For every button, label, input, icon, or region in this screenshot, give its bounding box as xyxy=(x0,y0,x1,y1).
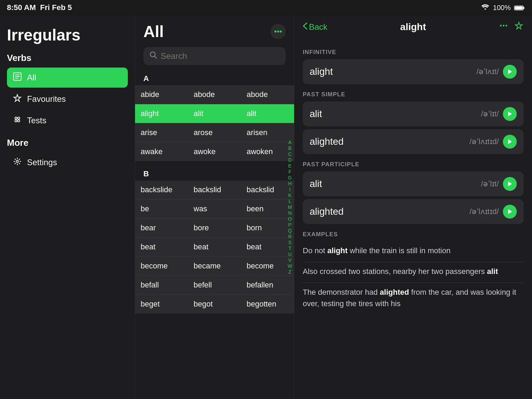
verb-row-abide[interactable]: abide abode abode xyxy=(135,85,294,104)
verb-row-be[interactable]: be was been xyxy=(135,200,294,219)
wifi-icon xyxy=(481,4,489,12)
middle-header: All ••• xyxy=(135,15,294,44)
verb-past: beat xyxy=(188,238,241,256)
detail-word-title: alight xyxy=(400,21,426,33)
settings-icon xyxy=(12,157,22,168)
middle-panel: All ••• A abide abode abode xyxy=(135,15,294,399)
verb-base: abide xyxy=(135,85,188,104)
alpha-c[interactable]: C xyxy=(287,151,293,157)
main-layout: Irregulars Verbs All Favourites xyxy=(0,15,532,399)
favourites-label: Favourites xyxy=(27,94,66,104)
alpha-l[interactable]: L xyxy=(287,198,293,204)
verb-past: bore xyxy=(188,219,241,237)
verb-base: arise xyxy=(135,123,188,142)
more-options-btn[interactable] xyxy=(499,21,508,33)
verb-row-befall[interactable]: befall befell befallen xyxy=(135,276,294,295)
verb-base: backslide xyxy=(135,180,188,199)
infinitive-play-button[interactable] xyxy=(503,65,517,79)
sidebar-item-tests[interactable]: Tests xyxy=(7,110,128,131)
verb-past: arose xyxy=(188,123,241,142)
verb-row-beat[interactable]: beat beat beat xyxy=(135,238,294,257)
alpha-v[interactable]: V xyxy=(287,257,293,263)
alpha-h[interactable]: H xyxy=(287,181,293,186)
more-section-label: More xyxy=(7,138,128,148)
example-3: The demonstrator had alighted from the c… xyxy=(303,286,524,309)
divider-1 xyxy=(303,262,524,262)
favourite-btn[interactable] xyxy=(514,21,524,33)
sidebar-item-all[interactable]: All xyxy=(7,68,128,88)
past-simple-play-alit[interactable] xyxy=(503,107,517,121)
tests-icon xyxy=(12,115,22,126)
verb-past: backslid xyxy=(188,180,241,199)
infinitive-pronunciation: /əˈlʌɪt/ xyxy=(477,67,499,76)
alpha-f[interactable]: F xyxy=(287,169,293,175)
infinitive-section-label: INFINITIVE xyxy=(303,49,524,56)
past-simple-pron-alighted: /əˈlʌɪtɪd/ xyxy=(470,137,499,146)
verb-table-a: abide abode abode alight alit alit arise… xyxy=(135,85,294,161)
detail-header: Back alight xyxy=(294,15,532,38)
alpha-s[interactable]: S xyxy=(287,240,293,245)
battery-indicator: 100% xyxy=(493,4,525,12)
alpha-e[interactable]: E xyxy=(287,163,293,169)
alpha-i[interactable]: I xyxy=(287,187,293,192)
all-label: All xyxy=(27,73,36,82)
past-participle-pronunciation-alit: /əˈlɪt/ xyxy=(481,177,517,191)
detail-actions xyxy=(499,21,524,33)
verb-row-awake[interactable]: awake awoke awoken xyxy=(135,142,294,161)
alpha-p[interactable]: P xyxy=(287,222,293,228)
past-participle-card-alighted: alighted /əˈlʌɪtɪd/ xyxy=(303,199,524,224)
alpha-m[interactable]: M xyxy=(287,204,293,210)
more-options-button[interactable]: ••• xyxy=(271,24,286,39)
past-simple-pronunciation-alighted: /əˈlʌɪtɪd/ xyxy=(470,135,517,149)
verb-past: begot xyxy=(188,295,241,313)
past-participle-word-alit: alit xyxy=(310,178,322,189)
detail-content: INFINITIVE alight /əˈlʌɪt/ PAST SIMPLE a… xyxy=(294,38,532,399)
back-label: Back xyxy=(309,22,327,32)
alpha-n[interactable]: N xyxy=(287,210,293,216)
status-indicators: 100% xyxy=(481,4,525,12)
verb-row-beget[interactable]: beget begot begotten xyxy=(135,295,294,313)
verb-row-alight[interactable]: alight alit alit xyxy=(135,104,294,123)
alpha-b[interactable]: B xyxy=(287,145,293,151)
verb-row-arise[interactable]: arise arose arisen xyxy=(135,123,294,142)
past-simple-play-alighted[interactable] xyxy=(503,135,517,149)
sidebar-item-settings[interactable]: Settings xyxy=(7,152,128,172)
tests-label: Tests xyxy=(27,116,46,125)
verb-base: bear xyxy=(135,219,188,237)
verb-row-backslide[interactable]: backslide backslid backslid xyxy=(135,180,294,200)
alpha-z[interactable]: Z xyxy=(287,269,293,275)
infinitive-card: alight /əˈlʌɪt/ xyxy=(303,59,524,84)
verb-base: alight xyxy=(135,104,188,123)
verb-row-become[interactable]: become became become xyxy=(135,257,294,276)
verb-past: abode xyxy=(188,85,241,104)
section-letter-a: A xyxy=(135,71,294,85)
past-participle-card-alit: alit /əˈlɪt/ xyxy=(303,171,524,196)
alpha-g[interactable]: G xyxy=(287,175,293,180)
alpha-w[interactable]: W xyxy=(287,263,293,269)
past-simple-word-alit: alit xyxy=(310,108,322,119)
sidebar-item-favourites[interactable]: Favourites xyxy=(7,89,128,109)
alpha-k[interactable]: K xyxy=(287,193,293,198)
examples-section-label: EXAMPLES xyxy=(303,231,524,238)
past-participle-word-alighted: alighted xyxy=(310,206,344,217)
alpha-r[interactable]: R xyxy=(287,234,293,239)
past-simple-word-alighted: alighted xyxy=(310,136,344,147)
right-panel: Back alight INFIN xyxy=(294,15,532,399)
verb-base: beat xyxy=(135,238,188,256)
alpha-q[interactable]: Q xyxy=(287,228,293,233)
verbs-section-label: Verbs xyxy=(7,53,128,63)
back-button[interactable]: Back xyxy=(303,22,327,32)
alpha-o[interactable]: O xyxy=(287,216,293,222)
search-input[interactable] xyxy=(161,51,280,61)
verb-table-b: backslide backslid backslid be was been … xyxy=(135,180,294,313)
alpha-u[interactable]: U xyxy=(287,251,293,257)
alpha-t[interactable]: T xyxy=(287,246,293,251)
past-participle-play-alit[interactable] xyxy=(503,177,517,191)
search-bar[interactable] xyxy=(143,47,286,65)
past-participle-play-alighted[interactable] xyxy=(503,205,517,219)
past-participle-pron-alighted: /əˈlʌɪtɪd/ xyxy=(470,207,499,216)
alpha-d[interactable]: D xyxy=(287,157,293,163)
verb-past: awoke xyxy=(188,142,241,161)
verb-row-bear[interactable]: bear bore born xyxy=(135,219,294,238)
alpha-a[interactable]: A xyxy=(287,140,293,145)
